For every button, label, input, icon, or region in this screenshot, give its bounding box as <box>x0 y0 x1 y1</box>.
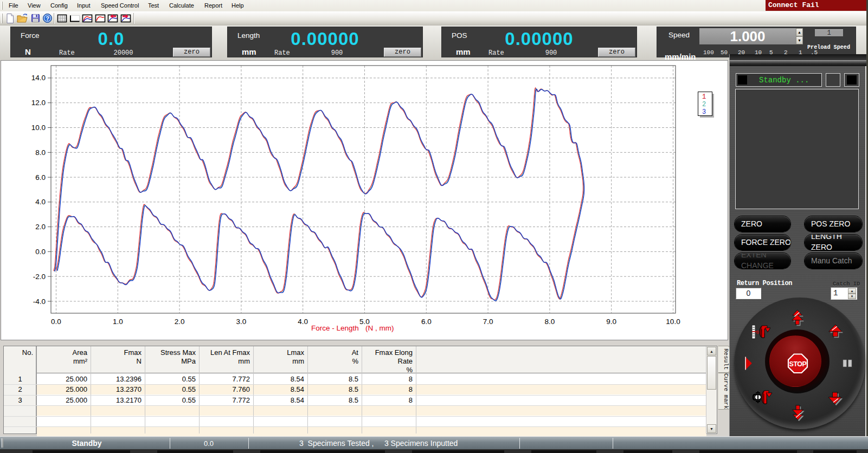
svg-text:-2.0: -2.0 <box>33 273 46 281</box>
svg-text:2: 2 <box>702 101 706 108</box>
svg-text:3: 3 <box>702 108 706 116</box>
svg-text:1: 1 <box>702 93 706 101</box>
svg-text:10.0: 10.0 <box>666 318 680 326</box>
svg-text:8.0: 8.0 <box>35 148 46 157</box>
svg-text:14.0: 14.0 <box>31 74 46 82</box>
svg-text:0.0: 0.0 <box>51 318 61 326</box>
svg-text:4.0: 4.0 <box>298 318 308 326</box>
svg-text:?: ? <box>46 15 49 22</box>
svg-text:1.0: 1.0 <box>113 318 123 326</box>
svg-text:8.0: 8.0 <box>545 318 555 326</box>
svg-text:0.0: 0.0 <box>35 248 46 256</box>
svg-text:2.0: 2.0 <box>175 318 185 326</box>
svg-text:(N , mm): (N , mm) <box>365 324 394 332</box>
svg-text:6.0: 6.0 <box>35 173 46 182</box>
svg-text:-4.0: -4.0 <box>33 297 46 306</box>
svg-text:3.0: 3.0 <box>236 318 247 326</box>
svg-text:0: 0 <box>756 330 759 335</box>
svg-text:STOP: STOP <box>789 360 807 368</box>
svg-text:4.0: 4.0 <box>35 198 46 206</box>
svg-text:Force - Length: Force - Length <box>311 324 359 332</box>
svg-text:9.0: 9.0 <box>606 318 616 326</box>
svg-text:10.0: 10.0 <box>31 124 46 132</box>
svg-text:2.0: 2.0 <box>35 223 46 231</box>
svg-text:7.0: 7.0 <box>483 318 493 326</box>
svg-text:12.0: 12.0 <box>31 99 46 107</box>
svg-text:6.0: 6.0 <box>421 318 432 326</box>
